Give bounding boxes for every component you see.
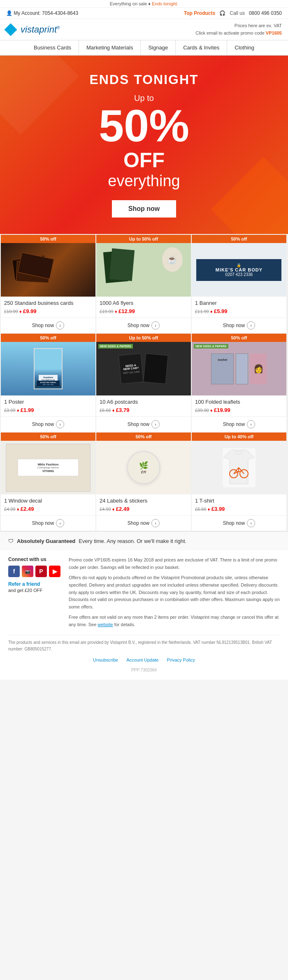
website-link[interactable]: website bbox=[98, 622, 113, 627]
shop-now-button[interactable]: Shop now › bbox=[192, 416, 286, 432]
nav-clothing[interactable]: Clothing bbox=[227, 40, 262, 55]
nav-marketing-materials[interactable]: Marketing Materials bbox=[79, 40, 141, 55]
footer-top: Connect with us f 📷 P ▶ Refer a friend a… bbox=[8, 557, 280, 628]
product-badge: Up to 50% off bbox=[96, 334, 191, 342]
new-sizes-badge: NEW SIZES & PAPERS bbox=[98, 344, 133, 348]
topbar-text: Everything on sale bbox=[110, 1, 149, 6]
product-price: £10.99 ♦ £9.99 bbox=[4, 308, 92, 314]
footer-code: PPP:7302064 bbox=[8, 667, 280, 674]
topbar-link[interactable]: Ends tonight. bbox=[152, 1, 178, 6]
price-new: £3.99 bbox=[211, 506, 225, 512]
refer-friend-link[interactable]: Refer a friend bbox=[8, 581, 60, 587]
logo[interactable]: vistaprint® bbox=[6, 24, 60, 35]
account-label: My Account: bbox=[14, 10, 40, 16]
product-card-window-decal: 50% off Mills Fashion Collingridge fashi… bbox=[1, 433, 95, 531]
product-info: 1 Poster £3.99 ♦ £1.99 bbox=[1, 395, 95, 416]
nav-business-cards[interactable]: Business Cards bbox=[26, 40, 79, 55]
shop-now-button[interactable]: Shop now › bbox=[1, 416, 95, 432]
price-new: £5.99 bbox=[214, 308, 228, 314]
product-badge: Up to 40% off bbox=[192, 433, 286, 441]
footer: Connect with us f 📷 P ▶ Refer a friend a… bbox=[0, 550, 288, 680]
product-image-window-decal[interactable]: Mills Fashion Collingridge fashion VITHI… bbox=[1, 441, 95, 494]
product-badge: 50% off bbox=[1, 235, 95, 243]
topbar-diamond: ♦ bbox=[148, 1, 151, 6]
social-icons: f 📷 P ▶ bbox=[8, 566, 60, 577]
product-image-tshirt[interactable] bbox=[192, 441, 286, 494]
pinterest-icon[interactable]: P bbox=[35, 566, 47, 577]
price-new: £12.99 bbox=[118, 308, 135, 314]
account-update-link[interactable]: Account Update bbox=[126, 657, 158, 664]
logo-bar: vistaprint® Prices here are ex. VAT Clic… bbox=[0, 19, 288, 40]
price-old: £6.66 bbox=[100, 408, 111, 413]
shop-now-button[interactable]: Shop now › bbox=[96, 416, 191, 432]
price-old: £39.90 bbox=[195, 408, 209, 413]
shop-now-button[interactable]: Shop now › bbox=[1, 515, 95, 531]
price-old: £3.99 bbox=[4, 408, 16, 413]
arrow-right-icon: › bbox=[151, 420, 160, 428]
logo-right-info: Prices here are ex. VAT Click email to a… bbox=[195, 22, 282, 37]
shop-now-button[interactable]: Shop now › bbox=[96, 515, 191, 531]
hero-everything-text: everything bbox=[8, 172, 280, 190]
product-price: £3.99 ♦ £1.99 bbox=[4, 407, 92, 413]
footer-legal-text: Promo code VP1605 expires 16 May 2018 an… bbox=[69, 557, 280, 628]
hero-shop-now-button[interactable]: Shop now bbox=[112, 200, 176, 218]
product-image-labels[interactable]: 🌿 ER bbox=[96, 441, 191, 494]
product-image-biz-cards[interactable]: LUCABAKER bbox=[1, 243, 95, 297]
product-badge: Up to 50% off bbox=[96, 235, 191, 243]
product-price: £6.66 ♦ £3.79 bbox=[100, 407, 188, 413]
nav-signage[interactable]: Signage bbox=[141, 40, 176, 55]
banner-image: 🔒 MIKE'S CAR BODY 0207 423 2336 bbox=[196, 259, 281, 281]
youtube-icon[interactable]: ▶ bbox=[49, 566, 60, 577]
banner-phone: 0207 423 2336 bbox=[202, 272, 275, 277]
product-info: 1 Banner £11.99 ♦ £5.99 bbox=[192, 297, 286, 318]
phone-number[interactable]: 0800 496 0350 bbox=[249, 10, 282, 16]
price-new: £9.99 bbox=[23, 308, 37, 314]
product-card-biz-cards: 50% off LUCABAKER 250 Standard business … bbox=[1, 235, 95, 333]
product-info: 250 Standard business cards £10.99 ♦ £9.… bbox=[1, 297, 95, 318]
top-products-link[interactable]: Top Products bbox=[184, 10, 215, 16]
product-badge: 50% off bbox=[192, 235, 286, 243]
product-image-a6flyers[interactable]: flyer ☕ bbox=[96, 243, 191, 297]
footer-social: Connect with us f 📷 P ▶ Refer a friend a… bbox=[8, 557, 60, 628]
nav-cards-invites[interactable]: Cards & Invites bbox=[176, 40, 227, 55]
shop-now-button[interactable]: Shop now › bbox=[96, 318, 191, 333]
product-price: £11.99 ♦ £5.99 bbox=[195, 308, 283, 314]
price-old: £10.99 bbox=[4, 309, 18, 314]
unsubscribe-link[interactable]: Unsubscribe bbox=[93, 657, 118, 664]
product-image-banner[interactable]: 🔒 MIKE'S CAR BODY 0207 423 2336 bbox=[192, 243, 286, 297]
instagram-icon[interactable]: 📷 bbox=[22, 566, 33, 577]
arrow-right-icon: › bbox=[247, 420, 255, 428]
legal-para-3: Free offers are not valid on any more th… bbox=[69, 614, 280, 628]
prices-note: Prices here are ex. VAT bbox=[195, 22, 282, 30]
product-image-postcards[interactable]: NEW SIZES & PAPERS NEED A NEW CAR? 0207 … bbox=[96, 342, 191, 395]
product-card-banner: 50% off 🔒 MIKE'S CAR BODY 0207 423 2336 … bbox=[192, 235, 286, 333]
price-new: £2.49 bbox=[116, 506, 130, 512]
account-info: 👤 My Account: 7054-4304-8643 bbox=[6, 10, 78, 16]
product-name: 100 Folded leaflets bbox=[195, 399, 283, 405]
footer-links: Unsubscribe Account Update Privacy Polic… bbox=[8, 657, 280, 664]
product-card-poster: 50% off Anywhere you want to go JETSETTE… bbox=[1, 334, 95, 432]
product-image-poster[interactable]: Anywhere you want to go JETSETTER TRAVEL… bbox=[1, 342, 95, 395]
navigation: Business Cards Marketing Materials Signa… bbox=[0, 40, 288, 56]
new-sizes-badge-leaflets: NEW SIZES & PAPERS bbox=[194, 344, 228, 348]
logo-diamond bbox=[4, 23, 17, 36]
arrow-right-icon: › bbox=[56, 321, 64, 330]
shop-now-button[interactable]: Shop now › bbox=[1, 318, 95, 333]
shop-now-button[interactable]: Shop now › bbox=[192, 318, 286, 333]
hero-off-text: OFF bbox=[8, 148, 280, 172]
promo-note: Click email to activate promo code VP160… bbox=[195, 30, 282, 37]
legal-para-1: Promo code VP1605 expires 16 May 2018 an… bbox=[69, 557, 280, 571]
guarantee-section: 🛡 Absolutely Guaranteed Every time. Any … bbox=[0, 531, 288, 550]
price-new: £2.49 bbox=[21, 506, 34, 512]
privacy-policy-link[interactable]: Privacy Policy bbox=[167, 657, 195, 664]
brand-name: vistaprint® bbox=[21, 24, 60, 35]
promo-code[interactable]: VP1605 bbox=[266, 30, 282, 35]
account-number[interactable]: 7054-4304-8643 bbox=[42, 10, 78, 16]
guarantee-title: Absolutely Guaranteed bbox=[17, 538, 75, 544]
call-label: Call us bbox=[230, 10, 245, 16]
product-price: £4.99 ♦ £2.49 bbox=[100, 506, 188, 512]
product-price: £6.66 ♦ £3.99 bbox=[195, 506, 283, 512]
facebook-icon[interactable]: f bbox=[8, 566, 20, 577]
product-image-leaflets[interactable]: NEW SIZES & PAPERS leaflet 👩 bbox=[192, 342, 286, 395]
shop-now-button[interactable]: Shop now › bbox=[192, 515, 286, 531]
